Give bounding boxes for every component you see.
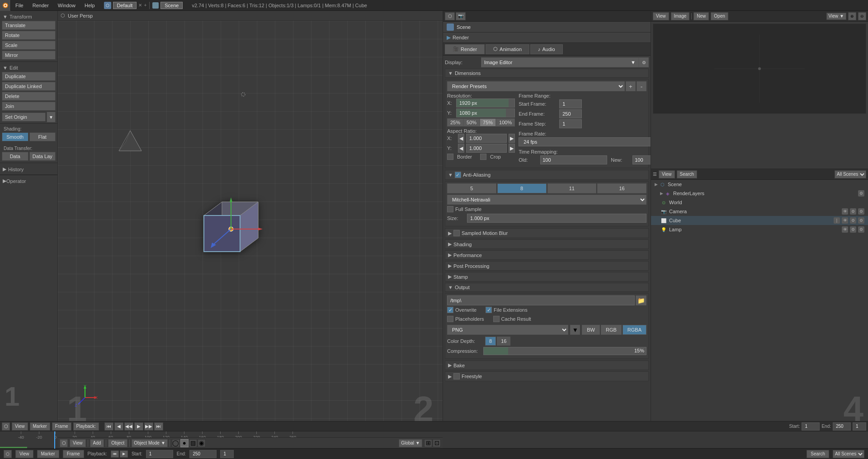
output-path-input[interactable]	[447, 295, 635, 305]
object-btn[interactable]: Object	[108, 439, 127, 447]
render-presets-select[interactable]: Render Presets	[447, 81, 625, 91]
rotate-btn[interactable]: Rotate	[2, 31, 56, 40]
lamp-action-2[interactable]: ⚙	[850, 226, 856, 233]
camera-action-2[interactable]: ⚙	[850, 208, 856, 215]
pct-100[interactable]: 100%	[496, 118, 515, 126]
shading-solid[interactable]: ●	[180, 439, 189, 447]
aa-8-btn[interactable]: 8	[497, 183, 547, 193]
tl-step-input[interactable]	[853, 422, 866, 431]
tl-frame-btn[interactable]: Frame	[52, 422, 71, 431]
shading-texture[interactable]: ▨	[189, 439, 197, 447]
playhead[interactable]	[54, 431, 55, 449]
camera-action-3[interactable]: ⚙	[858, 208, 864, 215]
translate-btn[interactable]: Translate	[2, 21, 56, 30]
img-open-btn[interactable]: Open	[711, 12, 728, 20]
outliner-scope-select[interactable]: All Scenes	[835, 170, 866, 178]
viewport-icon-btn[interactable]: ⬡	[60, 439, 68, 447]
menu-file[interactable]: File	[11, 0, 28, 11]
aspect-x-input[interactable]: 1.000	[466, 134, 507, 143]
shading-wire[interactable]: ◯	[172, 439, 180, 447]
flat-btn[interactable]: Flat	[29, 132, 56, 141]
new-val-input[interactable]	[632, 155, 651, 164]
menu-help[interactable]: Help	[80, 0, 99, 11]
status-play-back[interactable]: ⏮	[111, 450, 119, 458]
aa-16-btn[interactable]: 16	[597, 183, 646, 193]
tl-playback-btn[interactable]: Playback:	[73, 422, 99, 431]
aa-checkbox[interactable]: ✓	[455, 172, 461, 178]
depth-16-btn[interactable]: 16	[497, 337, 510, 346]
status-frame-btn[interactable]: Frame	[63, 450, 84, 458]
crop-checkbox[interactable]	[480, 154, 486, 160]
tl-next-frame[interactable]: ▶▶	[144, 422, 153, 431]
bake-header[interactable]: ▶ Bake	[445, 361, 649, 370]
set-origin-dropdown[interactable]: ▼	[47, 112, 56, 122]
render-presets-add[interactable]: +	[626, 81, 636, 91]
motion-blur-header[interactable]: ▶ Sampled Motion Blur	[445, 228, 649, 238]
cube-action-2[interactable]: 👁	[842, 217, 848, 224]
tab-audio[interactable]: ♪ Audio	[530, 44, 563, 54]
aspect-y-right[interactable]: ▶	[509, 144, 515, 153]
workspace-name[interactable]: Default	[113, 2, 137, 9]
props-camera-btn[interactable]: 📷	[456, 12, 466, 20]
cache-result-checkbox[interactable]	[493, 316, 500, 322]
outliner-view-btn[interactable]: View	[659, 170, 675, 178]
format-select[interactable]: PNG	[447, 325, 568, 335]
scene-name[interactable]: Scene	[160, 2, 183, 9]
shading-render[interactable]: ◉	[198, 439, 206, 447]
aspect-y-input[interactable]: 1.000	[466, 144, 507, 153]
size-input[interactable]: 1.000 px	[467, 214, 646, 223]
rl-action-1[interactable]: ⚙	[858, 190, 864, 197]
performance-header[interactable]: ▶ Performance	[445, 250, 649, 260]
aa-header[interactable]: ▼ ✓ Anti-Aliasing	[445, 170, 649, 180]
tl-jump-end[interactable]: ⏭	[154, 422, 163, 431]
cube-action-4[interactable]: ⚙	[858, 217, 864, 224]
status-start-input[interactable]	[146, 450, 173, 458]
scale-btn[interactable]: Scale	[2, 41, 56, 50]
aa-5-btn[interactable]: 5	[447, 183, 496, 193]
output-header[interactable]: ▼ Output	[445, 283, 649, 292]
transform-dropdown[interactable]: Global ▼	[399, 439, 422, 447]
outliner-search-btn[interactable]: Search	[677, 170, 698, 178]
display-select[interactable]: Image Editor ▼	[481, 57, 639, 67]
depth-8-btn[interactable]: 8	[485, 337, 496, 346]
tree-item-renderlayers[interactable]: ▶ ◈ RenderLayers ⚙	[651, 189, 868, 198]
tl-marker-btn[interactable]: Marker	[30, 422, 50, 431]
set-origin-btn[interactable]: Set Origin	[2, 112, 46, 122]
status-scope-select[interactable]: All Scenes	[833, 450, 864, 458]
tree-item-camera[interactable]: 📷 Camera 👁 ⚙ ⚙	[651, 207, 868, 216]
join-btn[interactable]: Join	[2, 102, 56, 111]
end-frame-input[interactable]: 250	[559, 109, 582, 118]
data-btn[interactable]: Data	[2, 152, 28, 161]
aa-method-select[interactable]: Mitchell-Netravali	[447, 195, 646, 205]
render-presets-remove[interactable]: -	[637, 81, 646, 91]
tl-view-btn[interactable]: View	[12, 422, 28, 431]
border-checkbox[interactable]	[447, 154, 453, 160]
duplicate-linked-btn[interactable]: Duplicate Linked	[2, 82, 56, 91]
rgb-btn[interactable]: RGB	[601, 325, 622, 335]
tl-play-fwd[interactable]: ▶	[134, 422, 143, 431]
tree-item-world[interactable]: ⊙ World	[651, 198, 868, 207]
status-search-btn[interactable]: Search	[807, 450, 829, 458]
view-btn[interactable]: View	[70, 439, 86, 447]
tl-jump-start[interactable]: ⏮	[104, 422, 113, 431]
bw-btn[interactable]: BW	[582, 325, 600, 335]
menu-window[interactable]: Window	[53, 0, 80, 11]
tree-item-lamp[interactable]: 💡 Lamp 👁 ⚙ ⚙	[651, 225, 868, 234]
img-zoom-out[interactable]: ⊖	[858, 12, 866, 20]
compression-slider[interactable]: 15%	[483, 347, 646, 355]
operator-header[interactable]: ▶ Operator	[2, 177, 56, 185]
old-val-input[interactable]	[540, 155, 607, 164]
post-proc-header[interactable]: ▶ Post Processing	[445, 261, 649, 271]
mode-dropdown[interactable]: Object Mode ▼	[132, 439, 168, 447]
menu-render[interactable]: Render	[28, 0, 53, 11]
status-icon[interactable]: ⬡	[4, 450, 12, 458]
format-settings[interactable]: ▼	[570, 325, 580, 335]
tl-play-back[interactable]: ◀◀	[124, 422, 133, 431]
pct-75[interactable]: 75%	[480, 118, 496, 126]
start-frame-input[interactable]: 1	[559, 99, 582, 108]
res-x-input[interactable]: 1920 px	[456, 98, 515, 108]
shading-props-header[interactable]: ▶ Shading	[445, 239, 649, 249]
rgba-btn[interactable]: RGBA	[623, 325, 646, 335]
img-view-btn[interactable]: View	[653, 12, 669, 20]
freestyle-checkbox[interactable]	[453, 373, 460, 379]
